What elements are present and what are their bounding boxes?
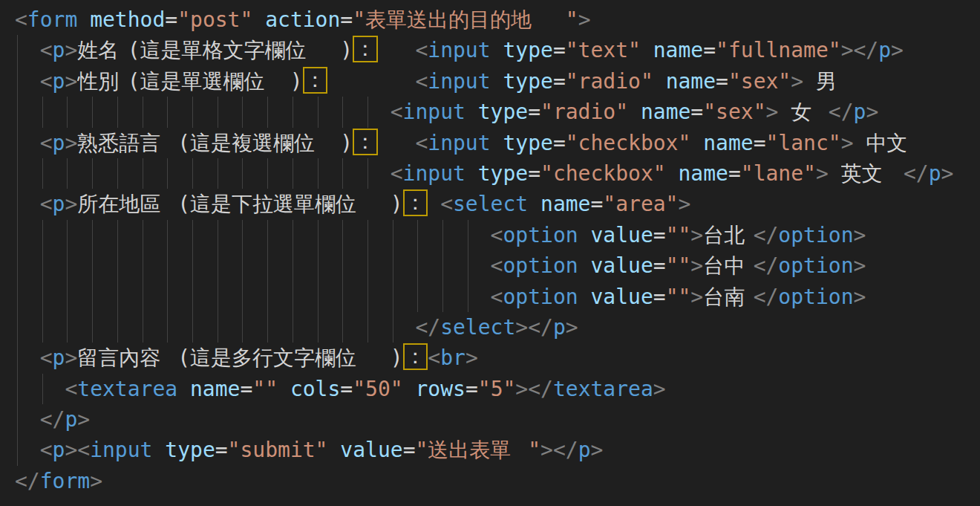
code-token: type	[165, 438, 215, 462]
code-token: 這是複選欄位	[190, 128, 340, 158]
code-token	[15, 253, 491, 278]
code-token: =	[653, 253, 666, 278]
code-line[interactable]: <textarea name="" cols="50" rows="5"></t…	[15, 374, 980, 404]
code-line[interactable]: <input type="checkbox" name="lane"> 英文 <…	[15, 158, 980, 189]
code-token: "text"	[566, 38, 641, 62]
code-token: </	[754, 253, 779, 278]
code-token: =	[653, 285, 666, 309]
code-token: input	[428, 38, 490, 62]
code-token	[578, 253, 591, 278]
code-token: </	[829, 100, 854, 124]
code-token: input	[403, 100, 466, 124]
code-token: 男	[816, 66, 841, 97]
code-token: option	[503, 285, 578, 309]
code-token: type	[478, 100, 528, 124]
code-token: =	[703, 38, 716, 62]
code-token	[152, 438, 165, 462]
code-line[interactable]: <option value="">台南</option>	[15, 282, 980, 312]
code-line[interactable]: <p>性別(這是單選欄位)： <input type="radio" name=…	[15, 66, 980, 97]
code-token	[252, 7, 265, 32]
code-token	[15, 377, 65, 401]
code-token	[578, 285, 591, 309]
code-token: )	[391, 192, 403, 216]
code-line[interactable]: <input type="radio" name="sex"> 女 </p>	[15, 97, 980, 127]
code-token: "post"	[177, 7, 252, 32]
code-token: >	[866, 100, 878, 124]
code-token: <	[491, 253, 503, 278]
code-token	[15, 407, 40, 432]
code-token	[15, 69, 40, 94]
code-line[interactable]: <p>姓名(這是單格文字欄位)： <input type="text" name…	[15, 35, 980, 65]
code-token: input	[403, 161, 466, 186]
code-token: =	[528, 161, 540, 186]
code-token: </	[553, 438, 578, 462]
code-token: 這是多行文字欄位	[190, 343, 391, 373]
code-token	[491, 38, 503, 62]
code-token: type	[503, 131, 552, 155]
code-token: ""	[666, 285, 691, 309]
code-line[interactable]: <p>留言內容(這是多行文字欄位)：<br>	[15, 343, 980, 373]
code-token: >	[690, 285, 703, 309]
code-token: 這是單選欄位	[140, 66, 290, 97]
code-token: =	[553, 131, 566, 155]
code-token: input	[90, 438, 152, 462]
code-token: "submit"	[228, 438, 328, 462]
code-line[interactable]: <form method="post" action="表單送出的目的地">	[15, 4, 980, 35]
code-token: rows	[415, 377, 465, 401]
code-token	[77, 7, 90, 32]
code-token: <	[40, 346, 53, 370]
code-token	[428, 192, 440, 216]
code-token: >	[766, 100, 779, 124]
code-token: name	[641, 100, 690, 124]
code-token: =	[528, 100, 540, 124]
code-token: 表單送出的目的地	[365, 4, 566, 35]
code-token: form	[40, 469, 90, 493]
code-token: >	[653, 377, 666, 401]
code-token	[15, 131, 40, 155]
code-token: 姓名	[77, 35, 127, 65]
code-token	[15, 315, 415, 340]
code-line[interactable]: <p>所在地區(這是下拉選單欄位)： <select name="area">	[15, 189, 980, 219]
code-token: (	[177, 346, 190, 370]
code-token: type	[503, 38, 552, 62]
code-token: <	[40, 69, 53, 94]
code-token: "lane"	[741, 161, 816, 186]
code-token: ></	[841, 38, 879, 62]
code-token	[578, 223, 591, 247]
code-token: p	[53, 131, 65, 155]
code-token: =	[690, 100, 703, 124]
code-line[interactable]: <option value="">台北</option>	[15, 220, 980, 250]
code-token: </	[904, 161, 929, 186]
code-token: "	[566, 7, 578, 32]
code-token: )	[340, 38, 353, 62]
code-token: >	[540, 438, 553, 462]
code-token	[278, 377, 290, 401]
code-editor[interactable]: <form method="post" action="表單送出的目的地"> <…	[0, 0, 980, 496]
code-token: textarea	[77, 377, 177, 401]
code-token	[15, 438, 40, 462]
code-token: =	[590, 192, 603, 216]
code-token: ""	[252, 377, 278, 401]
code-token: >	[816, 161, 829, 186]
code-token: 送出表單	[428, 435, 528, 465]
code-token: =	[340, 377, 353, 401]
code-line[interactable]: <p><input type="submit" value="送出表單"></p…	[15, 435, 980, 465]
code-token: "area"	[603, 192, 678, 216]
code-line[interactable]: </select></p>	[15, 312, 980, 343]
code-line[interactable]: <p>熟悉語言(這是複選欄位)： <input type="checkbox" …	[15, 128, 980, 158]
code-token: 台中	[703, 250, 753, 281]
code-token: "sex"	[728, 69, 791, 94]
code-token: "lanc"	[765, 131, 840, 155]
code-line[interactable]: <option value="">台中</option>	[15, 250, 980, 281]
code-token: <	[415, 131, 428, 155]
code-token: </	[415, 315, 440, 340]
code-token: >	[65, 346, 77, 370]
code-line[interactable]: </form>	[15, 466, 980, 496]
code-line[interactable]: </p>	[15, 404, 980, 435]
code-token: p	[53, 69, 65, 94]
code-token	[891, 161, 904, 186]
code-token: =	[165, 7, 177, 32]
code-token: =	[728, 161, 741, 186]
code-token: p	[878, 38, 891, 62]
code-token: >	[891, 38, 904, 62]
